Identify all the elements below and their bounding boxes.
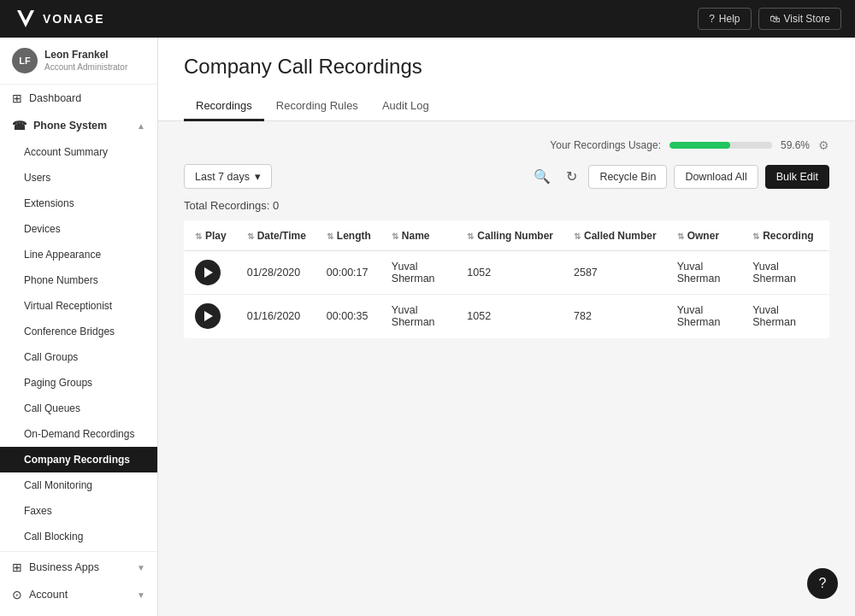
sidebar-item-business-apps[interactable]: ⊞ Business Apps ▼ bbox=[0, 554, 157, 581]
chevron-up-icon: ▲ bbox=[137, 121, 145, 131]
tab-audit-log[interactable]: Audit Log bbox=[370, 92, 441, 121]
sort-icon: ⇅ bbox=[752, 232, 759, 241]
play-button[interactable] bbox=[195, 260, 221, 285]
sidebar-item-label: Call Blocking bbox=[24, 531, 83, 543]
help-fab-button[interactable]: ? bbox=[807, 568, 838, 599]
sidebar-item-store[interactable]: 🛍 Store ▼ bbox=[0, 608, 157, 616]
date-filter-button[interactable]: Last 7 days ▾ bbox=[184, 164, 272, 189]
app-body: LF Leon Frankel Account Administrator ⊞ … bbox=[0, 38, 855, 616]
cell-datetime: 01/28/2020 bbox=[237, 251, 316, 295]
sidebar-item-virtual-receptionist[interactable]: Virtual Receptionist bbox=[0, 293, 157, 319]
col-datetime: ⇅Date/Time bbox=[237, 221, 316, 251]
sort-icon: ⇅ bbox=[467, 232, 474, 241]
play-circle bbox=[195, 260, 221, 285]
col-name: ⇅Name bbox=[381, 221, 457, 251]
play-circle bbox=[195, 303, 221, 329]
help-icon: ? bbox=[709, 13, 715, 25]
total-recordings-label: Total Recordings: 0 bbox=[184, 199, 829, 212]
sidebar-item-on-demand-recordings[interactable]: On-Demand Recordings bbox=[0, 421, 157, 447]
col-calling-number: ⇅Calling Number bbox=[457, 221, 563, 251]
table-row: 01/16/2020 00:00:35 Yuval Sherman 1052 7… bbox=[185, 295, 829, 338]
dashboard-icon: ⊞ bbox=[12, 91, 22, 105]
visit-store-button[interactable]: 🛍 Visit Store bbox=[758, 8, 841, 30]
toolbar-left: Last 7 days ▾ bbox=[184, 164, 272, 189]
sidebar-item-label: Call Groups bbox=[24, 351, 78, 363]
user-role: Account Administrator bbox=[44, 62, 127, 73]
phone-system-icon: ☎ bbox=[12, 119, 27, 132]
sidebar-item-conference-bridges[interactable]: Conference Bridges bbox=[0, 319, 157, 344]
cell-length: 00:00:35 bbox=[316, 295, 381, 338]
sidebar-item-label: Virtual Receptionist bbox=[24, 300, 112, 312]
refresh-button[interactable]: ↻ bbox=[562, 164, 581, 189]
sidebar-item-label: Paging Groups bbox=[24, 377, 92, 389]
account-icon: ⊙ bbox=[12, 588, 22, 601]
sort-icon: ⇅ bbox=[327, 232, 333, 241]
search-icon: 🔍 bbox=[534, 168, 551, 185]
date-filter-label: Last 7 days bbox=[195, 171, 250, 183]
cell-owner: Yuval Sherman bbox=[667, 295, 743, 338]
sidebar-item-faxes[interactable]: Faxes bbox=[0, 498, 157, 524]
sidebar-item-call-monitoring[interactable]: Call Monitoring bbox=[0, 472, 157, 498]
sidebar-item-users[interactable]: Users bbox=[0, 165, 157, 191]
sidebar-item-call-queues[interactable]: Call Queues bbox=[0, 396, 157, 421]
cell-recording: Yuval Sherman bbox=[742, 295, 828, 338]
content-area: Your Recordings Usage: 59.6% ⚙ Last 7 da… bbox=[158, 121, 855, 355]
play-button[interactable] bbox=[195, 303, 221, 329]
top-nav: VONAGE ? Help 🛍 Visit Store bbox=[0, 0, 855, 38]
play-triangle-icon bbox=[204, 267, 213, 278]
sidebar-item-line-appearance[interactable]: Line Appearance bbox=[0, 242, 157, 267]
vonage-wordmark: VONAGE bbox=[43, 12, 105, 26]
cell-calling-number: 1052 bbox=[457, 251, 563, 295]
sort-icon: ⇅ bbox=[677, 232, 684, 241]
cell-recording: Yuval Sherman bbox=[742, 251, 828, 295]
bulk-edit-button[interactable]: Bulk Edit bbox=[765, 165, 829, 189]
recordings-table: ⇅Play ⇅Date/Time ⇅Length ⇅Name ⇅Calling … bbox=[184, 220, 829, 338]
sidebar-item-label: Line Appearance bbox=[24, 249, 101, 261]
sidebar-item-call-groups[interactable]: Call Groups bbox=[0, 344, 157, 370]
sidebar-divider bbox=[0, 551, 157, 552]
search-button[interactable]: 🔍 bbox=[529, 164, 555, 189]
tab-recording-rules[interactable]: Recording Rules bbox=[264, 92, 370, 121]
sidebar-item-label: Faxes bbox=[24, 505, 52, 517]
cell-called-number: 2587 bbox=[563, 251, 667, 295]
chevron-down-icon: ▼ bbox=[137, 590, 145, 600]
sidebar-item-label: Company Recordings bbox=[24, 454, 130, 466]
sidebar-item-dashboard[interactable]: ⊞ Dashboard bbox=[0, 85, 157, 112]
download-all-button[interactable]: Download All bbox=[674, 165, 758, 189]
table-header-row: ⇅Play ⇅Date/Time ⇅Length ⇅Name ⇅Calling … bbox=[185, 221, 829, 251]
sort-icon: ⇅ bbox=[574, 232, 581, 241]
avatar: LF bbox=[12, 48, 38, 73]
cell-play bbox=[185, 295, 237, 338]
recycle-bin-button[interactable]: Recycle Bin bbox=[588, 165, 667, 189]
help-button[interactable]: ? Help bbox=[698, 8, 751, 30]
tabs: Recordings Recording Rules Audit Log bbox=[184, 92, 829, 120]
usage-label: Your Recordings Usage: bbox=[550, 139, 661, 151]
cell-length: 00:00:17 bbox=[316, 251, 381, 295]
sidebar-item-label: Phone Numbers bbox=[24, 274, 98, 286]
user-name: Leon Frankel bbox=[44, 49, 127, 62]
play-triangle-icon bbox=[204, 311, 213, 321]
visit-store-label: Visit Store bbox=[784, 13, 830, 25]
tab-recordings[interactable]: Recordings bbox=[184, 92, 264, 121]
sidebar-item-extensions[interactable]: Extensions bbox=[0, 191, 157, 216]
table-row: 01/28/2020 00:00:17 Yuval Sherman 1052 2… bbox=[185, 251, 829, 295]
usage-percent: 59.6% bbox=[781, 139, 810, 151]
sidebar-item-label: Call Monitoring bbox=[24, 479, 92, 491]
sidebar-item-phone-system[interactable]: ☎ Phone System ▲ bbox=[0, 112, 157, 139]
usage-bar-fill bbox=[669, 142, 731, 149]
sidebar-item-account-summary[interactable]: Account Summary bbox=[0, 139, 157, 165]
sidebar-item-paging-groups[interactable]: Paging Groups bbox=[0, 370, 157, 396]
sidebar-item-company-recordings[interactable]: Company Recordings bbox=[0, 447, 157, 472]
sidebar-item-devices[interactable]: Devices bbox=[0, 216, 157, 242]
cell-play bbox=[185, 251, 237, 295]
sidebar-item-call-blocking[interactable]: Call Blocking bbox=[0, 524, 157, 549]
cell-datetime: 01/16/2020 bbox=[237, 295, 316, 338]
usage-bar bbox=[669, 142, 772, 149]
sidebar-item-label: Extensions bbox=[24, 197, 74, 209]
sidebar-item-label: Business Apps bbox=[29, 561, 99, 573]
chevron-down-icon: ▼ bbox=[137, 563, 145, 572]
sidebar-item-label: On-Demand Recordings bbox=[24, 428, 134, 440]
sidebar-item-phone-numbers[interactable]: Phone Numbers bbox=[0, 267, 157, 293]
sidebar-item-account[interactable]: ⊙ Account ▼ bbox=[0, 581, 157, 608]
gear-icon[interactable]: ⚙ bbox=[818, 138, 829, 152]
